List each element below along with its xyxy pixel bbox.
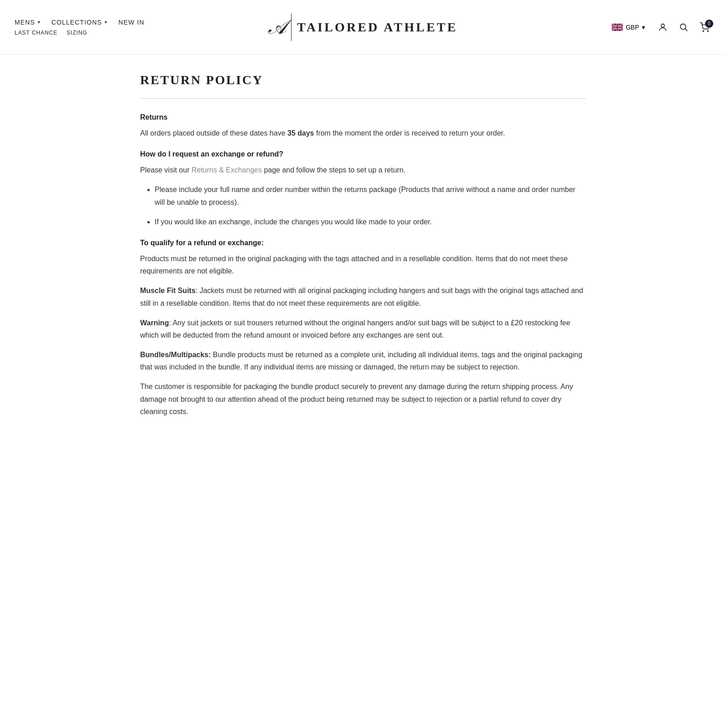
nav-item-collections[interactable]: COLLECTIONS ▾ — [51, 19, 107, 26]
account-button[interactable] — [656, 20, 670, 34]
returns-section: Returns All orders placed outside of the… — [140, 113, 586, 139]
nav-item-last-chance[interactable]: LAST CHANCE — [15, 30, 57, 36]
returns-heading: Returns — [140, 113, 586, 121]
exchange-heading: How do I request an exchange or refund? — [140, 150, 586, 158]
bundles-paragraph: Bundles/Multipacks: Bundle products must… — [140, 349, 586, 373]
list-item: Please include your full name and order … — [155, 183, 586, 208]
days-paragraph: All orders placed outside of these dates… — [140, 127, 586, 139]
visit-paragraph: Please visit our Returns & Exchanges pag… — [140, 164, 586, 176]
svg-point-1 — [661, 24, 664, 27]
account-icon — [658, 22, 668, 32]
page-title: RETURN POLICY — [140, 73, 586, 87]
nav-bottom-row: LAST CHANCE SIZING — [15, 30, 145, 36]
main-nav: MENS ▾ COLLECTIONS ▾ NEW IN LAST CHANCE … — [0, 0, 726, 55]
svg-line-3 — [685, 29, 687, 31]
warning-paragraph: Warning: Any suit jackets or suit trouse… — [140, 317, 586, 341]
nav-top-row: MENS ▾ COLLECTIONS ▾ NEW IN — [15, 19, 145, 26]
nav-item-mens[interactable]: MENS ▾ — [15, 19, 40, 26]
returns-list: Please include your full name and order … — [155, 183, 586, 228]
main-content: RETURN POLICY Returns All orders placed … — [122, 55, 604, 465]
svg-point-2 — [681, 24, 686, 29]
site-logo[interactable]: 𝒜 TAILORED ATHLETE — [268, 14, 458, 41]
currency-label: GBP — [625, 24, 639, 31]
content-body: Returns All orders placed outside of the… — [140, 113, 586, 418]
svg-point-4 — [703, 30, 704, 31]
chevron-down-icon: ▾ — [38, 20, 40, 25]
muscle-paragraph: Muscle Fit Suits: Jackets must be return… — [140, 284, 586, 309]
exchange-section: How do I request an exchange or refund? … — [140, 150, 586, 228]
currency-chevron-icon: ▾ — [642, 24, 645, 31]
search-button[interactable] — [677, 20, 691, 34]
search-icon — [679, 22, 689, 32]
uk-flag-icon — [612, 24, 623, 31]
logo-icon: 𝒜 — [268, 17, 286, 37]
logo-divider — [291, 14, 292, 41]
logo-text: TAILORED ATHLETE — [297, 20, 458, 35]
chevron-down-icon: ▾ — [105, 20, 107, 25]
svg-point-5 — [707, 30, 708, 31]
nav-left: MENS ▾ COLLECTIONS ▾ NEW IN LAST CHANCE … — [15, 19, 145, 36]
cart-button[interactable]: 0 — [698, 20, 711, 34]
returns-exchanges-link[interactable]: Returns & Exchanges — [192, 166, 262, 174]
list-item: If you would like an exchange, include t… — [155, 216, 586, 228]
qualify-paragraph: Products must be returned in the origina… — [140, 253, 586, 277]
content-divider — [140, 98, 586, 99]
cart-count: 0 — [705, 20, 713, 28]
nav-right: GBP ▾ 0 — [608, 20, 711, 34]
customer-paragraph: The customer is responsible for packagin… — [140, 380, 586, 418]
qualify-heading: To qualify for a refund or exchange: — [140, 239, 586, 247]
nav-item-new-in[interactable]: NEW IN — [118, 19, 144, 26]
currency-selector[interactable]: GBP ▾ — [608, 22, 649, 33]
nav-item-sizing[interactable]: SIZING — [66, 30, 87, 36]
qualify-section: To qualify for a refund or exchange: Pro… — [140, 239, 586, 418]
